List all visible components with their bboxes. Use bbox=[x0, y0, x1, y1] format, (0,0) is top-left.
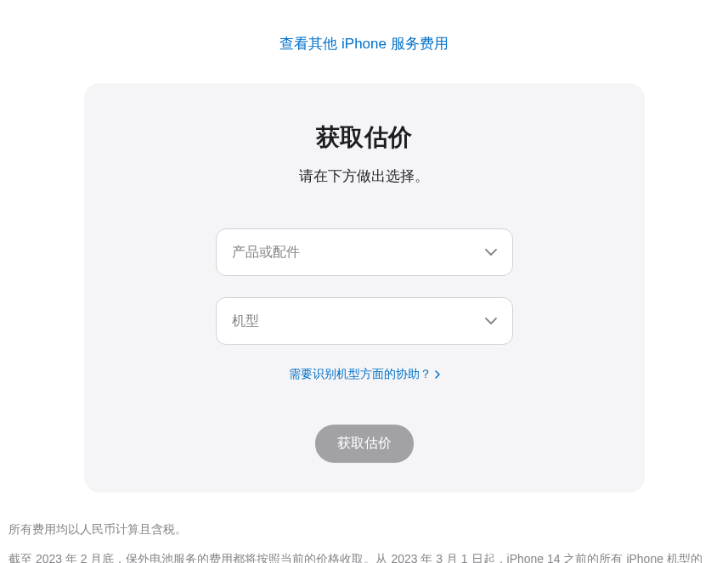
top-link-container: 查看其他 iPhone 服务费用 bbox=[0, 34, 728, 53]
chevron-down-icon bbox=[485, 318, 497, 324]
footer-line-1: 所有费用均以人民币计算且含税。 bbox=[8, 518, 705, 541]
identify-model-help-link[interactable]: 需要识别机型方面的协助？ bbox=[289, 367, 440, 382]
card-subtitle: 请在下方做出选择。 bbox=[135, 166, 594, 186]
card-title: 获取估价 bbox=[135, 121, 594, 154]
footer-text: 所有费用均以人民币计算且含税。 截至 2023 年 2 月底，保外电池服务的费用… bbox=[8, 518, 705, 563]
product-select-wrapper: 产品或配件 bbox=[216, 228, 513, 276]
help-link-container: 需要识别机型方面的协助？ bbox=[135, 366, 594, 382]
chevron-down-icon bbox=[485, 249, 497, 256]
model-select[interactable]: 机型 bbox=[216, 297, 513, 345]
product-select-placeholder: 产品或配件 bbox=[232, 244, 300, 262]
chevron-right-icon bbox=[435, 370, 440, 379]
estimate-card: 获取估价 请在下方做出选择。 产品或配件 机型 需要识别机型方面的协助？ 获取估… bbox=[84, 83, 645, 493]
model-select-wrapper: 机型 bbox=[216, 297, 513, 345]
footer-line-2: 截至 2023 年 2 月底，保外电池服务的费用都将按照当前的价格收取。从 20… bbox=[8, 548, 705, 563]
other-services-link[interactable]: 查看其他 iPhone 服务费用 bbox=[279, 36, 448, 52]
product-select[interactable]: 产品或配件 bbox=[216, 228, 513, 276]
model-select-placeholder: 机型 bbox=[232, 312, 259, 330]
footer-line-2-part1: 截至 2023 年 2 月底，保外电池服务的费用都将按照当前的价格收取。从 20… bbox=[8, 552, 703, 563]
help-link-label: 需要识别机型方面的协助？ bbox=[289, 367, 432, 382]
get-estimate-button[interactable]: 获取估价 bbox=[315, 425, 414, 463]
